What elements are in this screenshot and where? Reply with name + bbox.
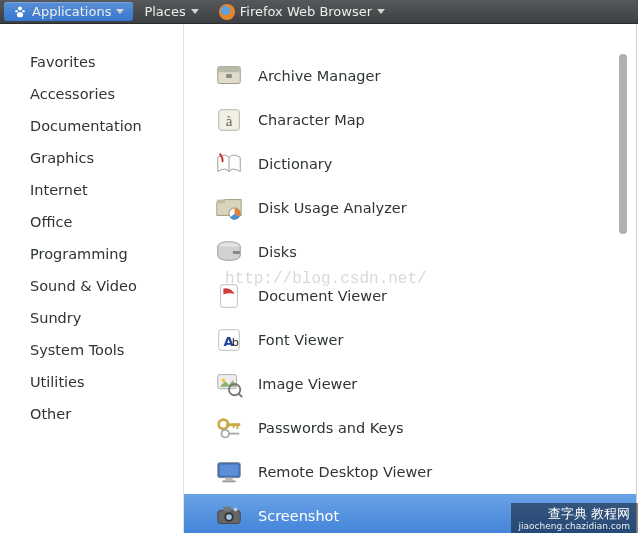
archive-icon (214, 61, 244, 91)
keys-icon (214, 413, 244, 443)
category-item-office[interactable]: Office (0, 206, 183, 238)
svg-rect-31 (222, 480, 235, 482)
category-item-accessories[interactable]: Accessories (0, 78, 183, 110)
category-item-documentation[interactable]: Documentation (0, 110, 183, 142)
app-label: Font Viewer (258, 332, 343, 348)
app-item-dictionary[interactable]: Dictionary (184, 142, 636, 186)
category-item-sound-video[interactable]: Sound & Video (0, 270, 183, 302)
gnome-foot-icon (13, 5, 27, 19)
svg-rect-25 (233, 423, 235, 428)
remote-icon (214, 457, 244, 487)
category-item-favorites[interactable]: Favorites (0, 46, 183, 78)
applications-menu[interactable]: Applications (4, 2, 133, 21)
app-item-remote-desktop-viewer[interactable]: Remote Desktop Viewer (184, 450, 636, 494)
svg-point-26 (222, 430, 230, 438)
svg-point-36 (234, 508, 238, 512)
app-label: Dictionary (258, 156, 332, 172)
firefox-icon (219, 4, 235, 20)
places-menu-label: Places (144, 4, 185, 19)
app-label: Document Viewer (258, 288, 387, 304)
category-item-sundry[interactable]: Sundry (0, 302, 183, 334)
app-item-font-viewer[interactable]: AbFont Viewer (184, 318, 636, 362)
badge-sub: jiaocheng.chazidian.com (519, 521, 630, 532)
category-item-graphics[interactable]: Graphics (0, 142, 183, 174)
app-item-document-viewer[interactable]: Document Viewer (184, 274, 636, 318)
app-item-disks[interactable]: Disks (184, 230, 636, 274)
svg-rect-33 (223, 507, 231, 512)
top-panel: Applications Places Firefox Web Browser (0, 0, 638, 24)
category-item-internet[interactable]: Internet (0, 174, 183, 206)
category-item-utilities[interactable]: Utilities (0, 366, 183, 398)
app-item-character-map[interactable]: àCharacter Map (184, 98, 636, 142)
svg-rect-10 (217, 200, 225, 204)
category-item-system-tools[interactable]: System Tools (0, 334, 183, 366)
scrollbar-thumb[interactable] (619, 54, 627, 234)
badge-main: 查字典 教程网 (548, 506, 630, 521)
app-label: Image Viewer (258, 376, 357, 392)
svg-point-0 (18, 6, 22, 10)
screenshot-icon (214, 501, 244, 531)
svg-rect-27 (228, 433, 239, 435)
svg-point-35 (226, 514, 232, 520)
fontviewer-icon: Ab (214, 325, 244, 355)
category-item-other[interactable]: Other (0, 398, 183, 430)
category-item-programming[interactable]: Programming (0, 238, 183, 270)
svg-rect-6 (226, 74, 232, 78)
applications-dropdown-panel: FavoritesAccessoriesDocumentationGraphic… (0, 24, 637, 533)
chevron-down-icon (116, 9, 124, 14)
svg-point-2 (22, 9, 24, 11)
application-list-container: Archive ManageràCharacter MapDictionaryD… (184, 24, 636, 533)
app-item-image-viewer[interactable]: Image Viewer (184, 362, 636, 406)
source-badge: 查字典 教程网 jiaocheng.chazidian.com (511, 503, 638, 533)
svg-rect-13 (233, 251, 241, 254)
disks-icon (214, 237, 244, 267)
app-label: Archive Manager (258, 68, 380, 84)
application-list: Archive ManageràCharacter MapDictionaryD… (184, 24, 636, 533)
app-item-disk-usage-analyzer[interactable]: Disk Usage Analyzer (184, 186, 636, 230)
app-item-passwords-and-keys[interactable]: Passwords and Keys (184, 406, 636, 450)
charmap-icon: à (214, 105, 244, 135)
svg-rect-5 (218, 67, 241, 73)
svg-point-19 (222, 378, 226, 382)
app-label: Remote Desktop Viewer (258, 464, 432, 480)
svg-text:b: b (232, 336, 239, 349)
app-label: Character Map (258, 112, 365, 128)
svg-rect-29 (220, 465, 239, 476)
svg-rect-24 (237, 423, 239, 429)
category-list: FavoritesAccessoriesDocumentationGraphic… (0, 24, 184, 533)
imageviewer-icon (214, 369, 244, 399)
dictionary-icon (214, 149, 244, 179)
svg-point-3 (17, 12, 23, 17)
svg-rect-14 (221, 285, 238, 308)
app-item-archive-manager[interactable]: Archive Manager (184, 54, 636, 98)
app-label: Screenshot (258, 508, 339, 524)
applications-menu-label: Applications (32, 4, 111, 19)
diskusage-icon (214, 193, 244, 223)
firefox-menu-label: Firefox Web Browser (240, 4, 372, 19)
svg-point-1 (15, 9, 17, 11)
app-label: Disks (258, 244, 297, 260)
docviewer-icon (214, 281, 244, 311)
chevron-down-icon (377, 9, 385, 14)
chevron-down-icon (191, 9, 199, 14)
svg-line-21 (238, 393, 242, 397)
places-menu[interactable]: Places (135, 2, 207, 21)
app-label: Passwords and Keys (258, 420, 404, 436)
svg-text:à: à (226, 113, 233, 129)
svg-rect-30 (225, 478, 233, 481)
firefox-menu[interactable]: Firefox Web Browser (210, 2, 394, 22)
app-label: Disk Usage Analyzer (258, 200, 407, 216)
